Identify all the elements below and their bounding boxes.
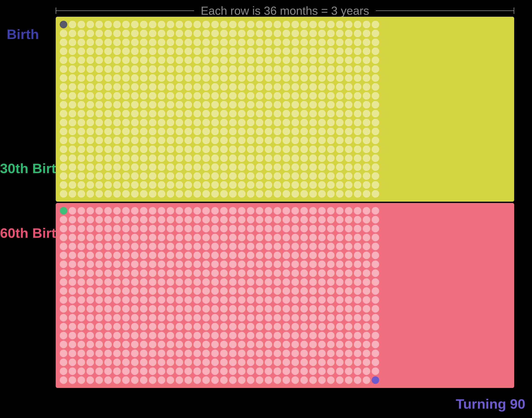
- pink-dot: [175, 207, 183, 215]
- yellow-dot: [336, 92, 344, 100]
- yellow-dot: [220, 101, 228, 108]
- yellow-dot: [363, 181, 370, 189]
- pink-dot: [309, 323, 317, 330]
- pink-dot: [185, 367, 192, 375]
- yellow-dot: [327, 30, 335, 37]
- pink-dot: [345, 376, 352, 384]
- pink-dot: [175, 349, 183, 357]
- pink-dot: [131, 376, 139, 384]
- yellow-dot: [345, 137, 352, 144]
- pink-dot: [158, 287, 165, 295]
- yellow-dot: [229, 30, 237, 37]
- yellow-dot: [274, 163, 281, 171]
- yellow-dot: [122, 110, 130, 117]
- yellow-dot: [229, 74, 237, 82]
- dot-row: [60, 207, 510, 215]
- pink-dot: [238, 314, 245, 322]
- yellow-dot: [140, 190, 148, 198]
- pink-dot: [86, 349, 94, 357]
- yellow-dot: [175, 39, 183, 46]
- yellow-dot: [211, 101, 219, 108]
- yellow-dot: [238, 190, 245, 198]
- yellow-dot: [336, 128, 344, 135]
- pink-dot: [86, 296, 94, 304]
- pink-dot: [78, 243, 85, 250]
- yellow-dot: [220, 190, 228, 198]
- yellow-dot: [193, 39, 201, 46]
- pink-dot: [354, 305, 361, 313]
- yellow-dot: [185, 21, 192, 28]
- yellow-dot: [291, 83, 299, 91]
- dot-row: [60, 376, 510, 384]
- pink-dot: [167, 260, 174, 268]
- pink-dot: [185, 278, 192, 286]
- yellow-dot: [113, 172, 121, 180]
- yellow-dot: [104, 190, 112, 198]
- pink-dot: [95, 305, 103, 313]
- yellow-dot: [122, 181, 130, 189]
- pink-dot: [193, 332, 201, 339]
- yellow-dot: [202, 47, 210, 55]
- yellow-dot: [229, 39, 237, 46]
- yellow-dot: [282, 181, 290, 189]
- pink-dot: [372, 260, 379, 268]
- yellow-dot: [372, 163, 379, 171]
- yellow-dot: [167, 137, 174, 144]
- pink-dot: [60, 216, 67, 223]
- yellow-dot: [327, 119, 335, 126]
- pink-dot: [256, 305, 263, 313]
- yellow-dot: [158, 137, 165, 144]
- yellow-dot: [238, 172, 245, 180]
- pink-dot: [327, 359, 335, 366]
- yellow-dot: [291, 163, 299, 171]
- yellow-dot: [274, 172, 281, 180]
- yellow-dot: [282, 47, 290, 55]
- pink-dot: [104, 367, 112, 375]
- dot-row: [60, 65, 510, 73]
- pink-dot: [309, 287, 317, 295]
- pink-dot: [175, 225, 183, 232]
- yellow-dot: [86, 128, 94, 135]
- yellow-dot: [238, 65, 245, 73]
- pink-dot: [354, 243, 361, 250]
- pink-dot: [175, 314, 183, 322]
- pink-dot: [318, 323, 326, 330]
- yellow-dot: [211, 190, 219, 198]
- yellow-dot: [345, 128, 352, 135]
- pink-dot: [265, 234, 272, 241]
- pink-dot: [238, 341, 245, 348]
- yellow-dot: [274, 56, 281, 64]
- yellow-dot: [265, 154, 272, 162]
- yellow-dot: [175, 154, 183, 162]
- pink-dot: [220, 252, 228, 259]
- pink-dot: [104, 234, 112, 241]
- pink-dot: [309, 341, 317, 348]
- dot-row: [60, 110, 510, 117]
- pink-dot: [113, 269, 121, 277]
- yellow-dot: [327, 146, 335, 153]
- yellow-dot: [95, 30, 103, 37]
- pink-dot: [211, 252, 219, 259]
- yellow-dot: [300, 181, 308, 189]
- thirty-dot: [60, 207, 67, 215]
- pink-dot: [345, 216, 352, 223]
- pink-dot: [229, 234, 237, 241]
- pink-dot: [60, 234, 67, 241]
- yellow-dot: [113, 128, 121, 135]
- pink-dot: [158, 305, 165, 313]
- yellow-dot: [229, 181, 237, 189]
- yellow-dot: [149, 119, 156, 126]
- pink-dot: [113, 376, 121, 384]
- yellow-dot: [238, 56, 245, 64]
- pink-dot: [78, 341, 85, 348]
- pink-dot: [336, 332, 344, 339]
- yellow-dot: [175, 146, 183, 153]
- yellow-dot: [60, 181, 67, 189]
- yellow-dot: [256, 21, 263, 28]
- yellow-dot: [327, 110, 335, 117]
- pink-dot: [229, 349, 237, 357]
- pink-dot: [229, 216, 237, 223]
- pink-dot: [158, 234, 165, 241]
- yellow-dot: [185, 65, 192, 73]
- pink-dot: [158, 225, 165, 232]
